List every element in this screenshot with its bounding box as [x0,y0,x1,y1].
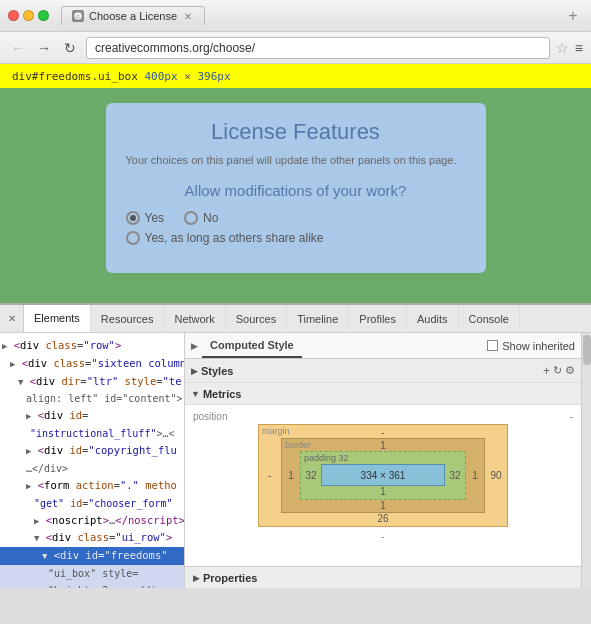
margin-bottom-val[interactable]: 26 [259,513,507,526]
padding-right-val[interactable]: 32 [445,470,465,481]
address-bar[interactable]: creativecommons.org/choose/ [86,37,550,59]
border-top-val[interactable]: 1 [282,439,484,451]
add-style-icon[interactable]: + [543,364,550,378]
close-traffic-light[interactable] [8,10,19,21]
dom-line[interactable]: "instructional_fluff">…< [0,425,184,442]
svg-text:©: © [76,14,81,20]
devtools-close-button[interactable]: ✕ [0,305,24,332]
margin-right-val[interactable]: 90 [485,470,507,481]
tab-close-button[interactable]: ✕ [182,10,194,22]
content-size: 334 × 361 [361,470,406,481]
dom-line[interactable]: "ui_box" style= [0,565,184,582]
padding-middle-row: 32 334 × 361 32 [301,464,465,486]
dom-line[interactable]: "get" id="chooser_form" [0,495,184,512]
tab-audits[interactable]: Audits [407,305,459,332]
properties-section-header: ▶ Properties [185,566,581,588]
browser-tab[interactable]: © Choose a License ✕ [61,6,205,25]
border-label: border [285,440,311,450]
radio-share-circle [126,231,140,245]
tab-timeline[interactable]: Timeline [287,305,349,332]
position-row: position - [193,411,573,422]
devtools-panel: ✕ Elements Resources Network Sources Tim… [0,303,591,588]
radio-yes-label: Yes [145,211,165,225]
radio-share-alike[interactable]: Yes, as long as others share alike [126,231,466,245]
tab-console[interactable]: Console [459,305,520,332]
margin-middle-row: - border 1 1 [259,438,507,513]
tab-favicon: © [72,10,84,22]
box-model-visual: margin - - border 1 [193,424,573,527]
forward-button[interactable]: → [34,38,54,58]
title-bar: © Choose a License ✕ + [0,0,591,32]
refresh-style-icon[interactable]: ↻ [553,364,562,378]
menu-button[interactable]: ≡ [575,40,583,56]
back-button[interactable]: ← [8,38,28,58]
inspected-element-bar: div#freedoms.ui_box 400px × 396px [0,64,591,88]
bookmark-button[interactable]: ☆ [556,40,569,56]
tab-computed-style[interactable]: Computed Style [202,333,302,358]
position-bottom-row: - [193,531,573,542]
padding-left-val[interactable]: 32 [301,470,321,481]
box-model-area: position - margin - [185,405,581,566]
dom-line[interactable]: "height: 2px;padding- [0,582,184,588]
dom-line[interactable]: ▶ <div class="row"> [0,337,184,355]
metrics-section-header: ▼ Metrics [185,383,581,405]
scrollbar-thumb[interactable] [583,335,591,365]
tab-network[interactable]: Network [164,305,225,332]
maximize-traffic-light[interactable] [38,10,49,21]
position-label: position [193,411,227,422]
radio-no[interactable]: No [184,211,218,225]
border-box: border 1 1 padding 32 [281,438,485,513]
traffic-lights [8,10,49,21]
show-inherited-checkbox[interactable] [487,340,498,351]
dom-line[interactable]: ▶ <div id="copyright_flu [0,442,184,460]
border-left-val[interactable]: 1 [282,470,300,481]
nav-bar: ← → ↻ creativecommons.org/choose/ ☆ ≡ [0,32,591,64]
tab-profiles[interactable]: Profiles [349,305,407,332]
tab-sources[interactable]: Sources [226,305,287,332]
content-box: 334 × 361 [321,464,445,486]
tab-elements[interactable]: Elements [24,305,91,332]
minimize-traffic-light[interactable] [23,10,34,21]
inspected-element-label: div#freedoms.ui_box 400px × 396px [6,68,237,85]
radio-row-yes-no: Yes No [126,211,466,225]
show-inherited-label: Show inherited [502,340,575,352]
license-title: License Features [126,119,466,145]
properties-label: Properties [203,572,257,584]
url-text: creativecommons.org/choose/ [95,41,255,55]
page-content: License Features Your choices on this pa… [0,88,591,303]
license-question: Allow modifications of your work? [126,182,466,199]
styles-section-header: ▶ Styles + ↻ ⚙ [185,359,581,383]
tab-resources[interactable]: Resources [91,305,165,332]
refresh-button[interactable]: ↻ [60,38,80,58]
padding-bottom-val[interactable]: 1 [301,486,465,499]
margin-left-val[interactable]: - [259,470,281,481]
dom-line[interactable]: align: left" id="content"> [0,390,184,407]
element-height: 396px [197,70,230,83]
dom-line[interactable]: ▶ <form action="." metho [0,477,184,495]
element-selector: div#freedoms.ui_box [12,70,138,83]
dom-line[interactable]: ▶ <noscript>…</noscript> [0,512,184,530]
radio-yes[interactable]: Yes [126,211,165,225]
styles-section-label: Styles [201,365,233,377]
border-bottom-val[interactable]: 1 [282,500,484,512]
dom-tree-panel: ▶ <div class="row"> ▶ <div class="sixtee… [0,333,185,588]
position-bottom-val: - [381,531,384,542]
dom-line[interactable]: ▶ <div id= [0,407,184,425]
new-tab-button[interactable]: + [563,7,583,25]
dom-line[interactable]: ▶ <div class="sixteen column [0,355,184,373]
metrics-section-label: Metrics [203,388,242,400]
element-width: 400px [144,70,177,83]
dom-line[interactable]: …</div> [0,460,184,477]
devtools-body: ▶ <div class="row"> ▶ <div class="sixtee… [0,333,591,588]
devtools-tabs-bar: ✕ Elements Resources Network Sources Tim… [0,305,591,333]
scrollbar-vertical[interactable] [581,333,591,588]
border-right-val[interactable]: 1 [466,470,484,481]
dom-line-selected[interactable]: ▼ <div id="freedoms" [0,547,184,565]
radio-yes-circle [126,211,140,225]
dom-line[interactable]: ▼ <div class="ui_row"> [0,529,184,547]
margin-top-val[interactable]: - [259,425,507,438]
settings-style-icon[interactable]: ⚙ [565,364,575,378]
dom-line[interactable]: ▼ <div dir="ltr" style="te [0,373,184,391]
styles-panel: ▶ Computed Style Show inherited ▶ Styles [185,333,581,588]
radio-no-label: No [203,211,218,225]
